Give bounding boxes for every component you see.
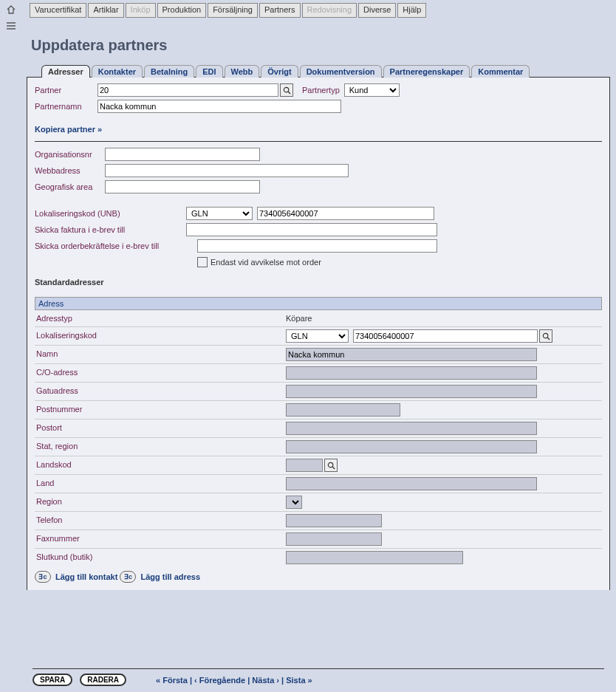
addr-lokaliseringskod-label: Lokaliseringskod (35, 326, 286, 345)
tab-varucertifikat[interactable]: Varucertifikat (30, 3, 86, 18)
partnertyp-select[interactable]: Kund (344, 83, 400, 97)
tab-partners[interactable]: Partners (259, 3, 301, 18)
tab-hjalp[interactable]: Hjälp (397, 3, 426, 18)
nav-first[interactable]: « Första (156, 676, 188, 685)
home-icon[interactable] (6, 4, 16, 15)
stat-input[interactable] (286, 440, 537, 453)
slutkund-label: Slutkund (butik) (35, 548, 286, 566)
add-contact-label: Lägg till kontakt (55, 572, 117, 581)
tab-forsaljning[interactable]: Försäljning (208, 3, 258, 18)
svg-point-5 (543, 333, 547, 338)
postort-label: Postort (35, 419, 286, 437)
endast-checkbox[interactable] (197, 257, 208, 267)
geo-input[interactable] (105, 180, 260, 193)
adresstyp-label: Adresstyp (35, 310, 286, 326)
nav-last[interactable]: Sista » (286, 676, 312, 685)
endast-label: Endast vid avvikelse mot order (211, 258, 321, 267)
subtab-adresser[interactable]: Adresser (41, 65, 90, 78)
lokaliseringskod-type-select[interactable]: GLN (186, 207, 253, 220)
postnr-label: Postnummer (35, 400, 286, 419)
nav-prev[interactable]: ‹ Föregående (194, 676, 245, 685)
subtab-partneregenskaper[interactable]: Partneregenskaper (383, 65, 470, 78)
addr-lokaliseringskod-type-select[interactable]: GLN (286, 329, 349, 343)
svg-point-3 (284, 87, 288, 92)
organisationsnr-input[interactable] (105, 148, 260, 161)
organisationsnr-label: Organisationsnr (35, 150, 105, 159)
skicka-faktura-label: Skicka faktura i e-brev till (35, 225, 186, 234)
subtab-edi[interactable]: EDI (196, 65, 222, 78)
webbadress-label: Webbadress (35, 166, 105, 175)
partnertyp-label: Partnertyp (302, 86, 340, 95)
page-title: Uppdatera partners (27, 22, 610, 64)
tab-redovisning: Redovisning (302, 3, 357, 18)
adresstyp-value: Köpare (286, 314, 312, 323)
telefon-label: Telefon (35, 511, 286, 530)
add-address-label: Lägg till adress (140, 572, 200, 581)
svg-point-7 (328, 462, 332, 467)
region-label: Region (35, 493, 286, 511)
subtab-ovrigt[interactable]: Övrigt (261, 65, 298, 78)
address-panel-heading: Adress (35, 297, 602, 310)
lokaliseringskod-label: Lokaliseringskod (UNB) (35, 209, 186, 218)
kopiera-partner-link[interactable]: Kopiera partner » (35, 125, 102, 134)
subtab-dokumentversion[interactable]: Dokumentversion (300, 65, 382, 78)
lokaliseringskod-input[interactable] (257, 207, 434, 220)
gatu-label: Gatuadress (35, 382, 286, 400)
spara-button[interactable]: SPARA (32, 674, 72, 686)
tab-diverse[interactable]: Diverse (358, 3, 396, 18)
standardadresser-heading: Standardadresser (35, 270, 602, 297)
tab-artiklar[interactable]: Artiklar (88, 3, 123, 18)
hamburger-icon[interactable] (6, 22, 16, 30)
co-label: C/O-adress (35, 363, 286, 382)
webbadress-input[interactable] (105, 164, 349, 177)
namn-label: Namn (35, 345, 286, 363)
partner-input[interactable] (97, 83, 278, 97)
partnernamn-input[interactable] (97, 100, 341, 113)
radera-button[interactable]: RADERA (80, 674, 126, 686)
landskod-input[interactable] (286, 459, 323, 472)
subtab-betalning[interactable]: Betalning (144, 65, 194, 78)
addr-lokaliseringskod-search-icon[interactable] (539, 329, 552, 343)
addr-lokaliseringskod-input[interactable] (353, 329, 538, 343)
subtab-kommentar[interactable]: Kommentar (471, 65, 530, 78)
postnr-input[interactable] (286, 403, 400, 417)
skicka-order-input[interactable] (197, 239, 437, 253)
partner-search-icon[interactable] (280, 83, 293, 97)
partner-label: Partner (35, 86, 97, 95)
form-area: Partner Partnertyp Kund Partnernamn Kopi… (27, 78, 610, 590)
telefon-input[interactable] (286, 514, 382, 527)
tab-inkop: Inköp (126, 3, 156, 18)
skicka-order-label: Skicka orderbekräftelse i e-brev till (35, 241, 197, 250)
region-select[interactable] (286, 496, 302, 509)
co-input[interactable] (286, 366, 537, 380)
landskod-label: Landskod (35, 456, 286, 474)
add-address-button[interactable]: ∃c Lägg till adress (120, 571, 200, 583)
land-input[interactable] (286, 477, 537, 490)
stat-label: Stat, region (35, 437, 286, 456)
sub-tab-bar: Adresser Kontakter Betalning EDI Webb Öv… (27, 64, 610, 78)
landskod-search-icon[interactable] (324, 459, 338, 472)
subtab-kontakter[interactable]: Kontakter (92, 65, 143, 78)
postort-input[interactable] (286, 422, 537, 435)
fax-label: Faxnummer (35, 530, 286, 548)
add-contact-button[interactable]: ∃c Lägg till kontakt (35, 571, 117, 583)
add-address-icon: ∃c (120, 571, 136, 583)
namn-input[interactable] (286, 348, 537, 361)
top-tab-bar: Varucertifikat Artiklar Inköp Produktion… (30, 3, 609, 18)
svg-line-6 (547, 338, 550, 340)
geo-label: Geografisk area (35, 182, 105, 191)
partnernamn-label: Partnernamn (35, 102, 97, 111)
skicka-faktura-input[interactable] (186, 223, 437, 236)
tab-produktion[interactable]: Produktion (157, 3, 207, 18)
subtab-webb[interactable]: Webb (225, 65, 260, 78)
slutkund-input[interactable] (286, 551, 463, 564)
footer-bar: SPARA RADERA « Första | ‹ Föregående | N… (32, 668, 604, 686)
left-rail (0, 0, 22, 692)
nav-next[interactable]: Nästa › (252, 676, 279, 685)
svg-line-4 (288, 92, 290, 94)
nav-links: « Första | ‹ Föregående | Nästa › | Sist… (156, 676, 312, 685)
svg-line-8 (332, 467, 335, 469)
fax-input[interactable] (286, 532, 382, 546)
gatu-input[interactable] (286, 385, 537, 398)
main-content: Uppdatera partners Adresser Kontakter Be… (27, 22, 610, 692)
